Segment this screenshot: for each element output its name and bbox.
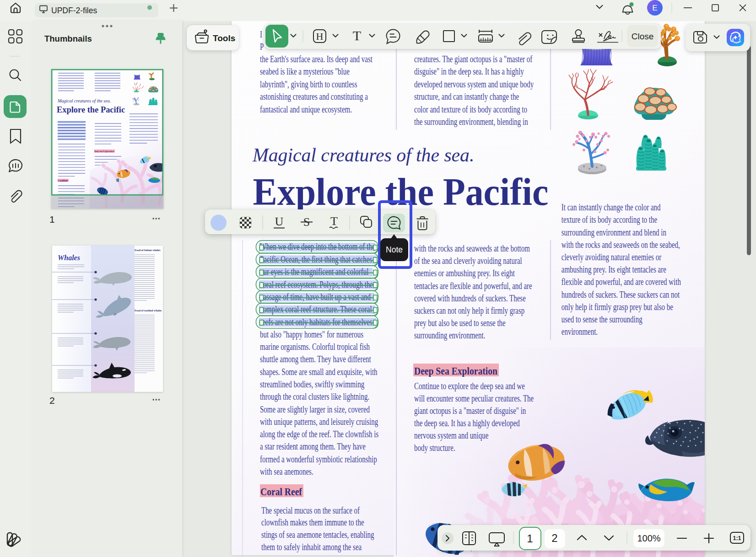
svg-text:2: 2 [551,532,557,544]
svg-text:color and texture of its body: color and texture of its body according … [414,103,527,115]
svg-text:passage of time, have built up: passage of time, have built up a vast an… [260,291,371,302]
svg-text:but also "happy homes" for num: but also "happy homes" for numerous [260,328,363,340]
svg-text:seabed is like a mysterious "b: seabed is like a mysterious "blue [260,66,350,77]
svg-text:shapes. Some are small and exq: shapes. Some are small and exquisite, wi… [260,366,378,377]
svg-text:a star resident among them. Th: a star resident among them. They have [260,441,366,452]
svg-text:Note: Note [386,245,403,254]
svg-text:P: P [260,41,264,52]
svg-text:surrounding environment.: surrounding environment. [414,329,485,341]
svg-text:formed a wonderful symbiotic r: formed a wonderful symbiotic relationshi… [260,453,377,465]
svg-text:Tools: Tools [213,33,235,43]
svg-text:structure, and can instantly c: structure, and can instantly change the [414,91,519,102]
svg-text:nervous system and unique: nervous system and unique [414,429,488,441]
svg-text:only help it firmly grasp prey: only help it firmly grasp prey but also … [562,301,673,312]
svg-text:covered with hundreds of sucke: covered with hundreds of suckers. These [414,292,526,304]
svg-text:H: H [316,31,324,42]
svg-text:with sea anemones.: with sea anemones. [260,466,313,477]
svg-text:E: E [652,4,657,12]
svg-text:prey but also be used to sense: prey but also be used to sense the [414,317,506,328]
svg-text:complex coral reef structure.: complex coral reef structure. These cora… [260,303,372,315]
svg-text:Coral Reef: Coral Reef [260,486,302,498]
svg-text:stings of sea anemone tentacle: stings of sea anemone tentacles, enablin… [261,529,374,540]
svg-text:streamlined bodies, swiftly sw: streamlined bodies, swiftly swimming [260,378,365,390]
svg-text:hundreds of suckers. These suc: hundreds of suckers. These suckers can n… [562,289,680,300]
svg-text:clownfish makes them immune to: clownfish makes them immune to the [261,516,364,528]
svg-text:of the sea and cleverly avoidi: of the sea and cleverly avoiding natural [414,255,522,266]
svg-text:shuttle among them. They have: shuttle among them. They have different [260,353,371,364]
svg-text:texture of its body according: texture of its body according to the [562,214,657,225]
svg-text:developed nervous system and u: developed nervous system and unique body [414,78,534,90]
svg-text:with the rocks and seaweeds on: with the rocks and seaweeds on the seabe… [562,239,680,250]
svg-text:I: I [260,28,262,40]
svg-text:fantastical and unique ecosyst: fantastical and unique ecosystem. [260,103,352,115]
svg-text:Magical creatures of the sea.: Magical creatures of the sea. [252,144,474,166]
svg-text:will encounter some peculiar c: will encounter some peculiar creatures. … [414,392,534,404]
svg-text:them to safely inhabit among t: them to safely inhabit among the sea [261,541,362,552]
svg-text:Food of baleen whales: Food of baleen whales [135,249,161,252]
svg-text:giant octopus is a "master of: giant octopus is a "master of disguise" … [414,405,526,416]
svg-text:Pacific Ocean, the first thing: Pacific Ocean, the first thing that catc… [260,253,372,265]
svg-text:labyrinth", giving birth to co: labyrinth", giving birth to countless [260,78,357,90]
svg-text:Continue to explore the deep s: Continue to explore the deep sea and we [414,380,525,392]
svg-text:UPDF-2-files: UPDF-2-files [51,6,97,15]
svg-text:with the rocks and seaweeds at: with the rocks and seaweeds at the botto… [414,242,530,254]
svg-text:the surrounding environment, b: the surrounding environment, blending in [414,116,528,127]
svg-text:coral reef ecosystem. Polyps,: coral reef ecosystem. Polyps, through th… [260,278,373,290]
svg-text:Food of toothed whales: Food of toothed whales [135,309,162,312]
svg-text:Whales: Whales [58,254,80,262]
svg-text:tentacles are flexible and pow: tentacles are flexible and powerful, and… [414,280,532,291]
svg-text:with unique patterns, and leis: with unique patterns, and leisurely crui… [260,416,378,427]
svg-text:It can instantly change the co: It can instantly change the color and [562,201,661,213]
svg-text:creatures. The giant octopus i: creatures. The giant octopus is a "maste… [414,53,533,64]
svg-text:environment.: environment. [562,326,598,337]
svg-text:Close: Close [632,32,654,41]
svg-text:used to sense the surrounding: used to sense the surrounding [562,313,643,325]
svg-text:T: T [330,214,338,228]
svg-text:1: 1 [527,532,533,545]
svg-text:marine organisms. Colorful tro: marine organisms. Colorful tropical fish [260,341,370,352]
svg-text:our eyes is the magnificent an: our eyes is the magnificent and colorful [260,266,368,277]
svg-text:cleverly avoiding natural enem: cleverly avoiding natural enemies or [562,251,662,262]
svg-text:100%: 100% [637,533,660,543]
svg-text:Some are slightly larger in si: Some are slightly larger in size, covere… [260,403,370,415]
svg-text:the Earth's surface area. Its: the Earth's surface area. Its deep and v… [260,53,373,64]
svg-text:When we dive deep into the bot: When we dive deep into the bottom of the [260,241,375,252]
svg-text:disguise" in the deep sea. It: disguise" in the deep sea. It has a high… [414,66,524,77]
svg-text:through the coral clusters lik: through the coral clusters like lightnin… [260,391,369,402]
svg-text:Deep Sea Exploration: Deep Sea Exploration [414,365,497,377]
svg-text:T: T [353,28,361,43]
svg-text:body structure.: body structure. [414,442,455,453]
svg-text:along the edge of the reef. Th: along the edge of the reef. The clownfis… [260,428,378,439]
svg-text:suckers can not only help it f: suckers can not only help it firmly gras… [414,305,524,316]
svg-text:1:1: 1:1 [733,535,741,541]
svg-text:The special mucus on the surfa: The special mucus on the surface of [261,504,360,516]
svg-text:the deep sea. It has a highly: the deep sea. It has a highly developed [414,417,520,428]
svg-text:astonishing creatures and cons: astonishing creatures and constituting a [260,91,368,102]
svg-text:flexible and powerful, and are: flexible and powerful, and are covered w… [562,276,681,288]
svg-text:ambushing prey. Its eight tent: ambushing prey. Its eight tentacles are [562,263,666,275]
svg-text:U: U [275,215,284,228]
svg-text:surrounding environment and bl: surrounding environment and blend in [562,226,667,238]
svg-text:Thumbnails: Thumbnails [44,34,92,43]
svg-text:enemies or ambushing prey. Its: enemies or ambushing prey. Its eight [414,268,515,279]
svg-text:reefs are not only habitats fo: reefs are not only habitats for themselv… [260,316,373,327]
